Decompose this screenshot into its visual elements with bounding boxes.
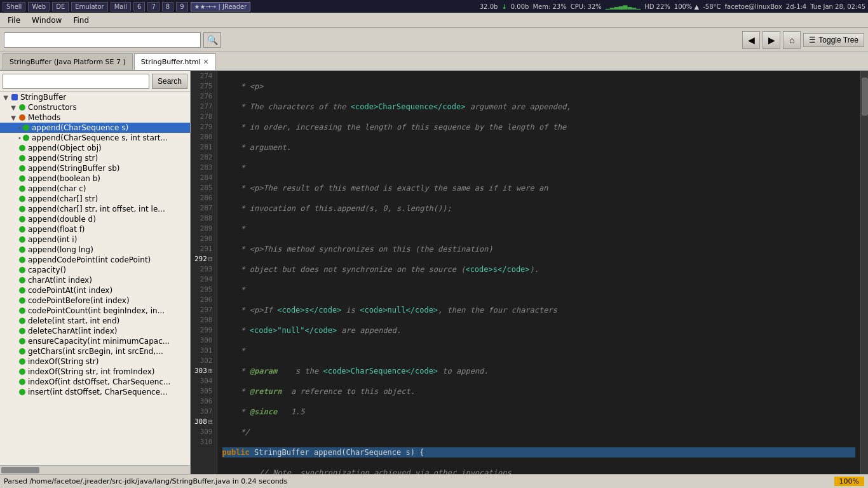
tree-method-15[interactable]: charAt(int index) [0,275,190,285]
method-icon-20 [18,327,27,336]
linenum-297: 297 [194,305,213,315]
code-287: * [222,346,856,356]
tree-search-button[interactable]: Search [152,74,187,89]
tree-root-stringbuffer[interactable]: ▼ StringBuffer [0,92,190,102]
tree-method-16[interactable]: codePointAt(int index) [0,285,190,295]
stat-netdown: 32.0b [480,3,498,10]
tree-methods[interactable]: ▼ Methods [0,112,190,123]
nav-back-button[interactable]: ◀ [742,31,760,49]
taskbar-de[interactable]: DE [52,2,69,11]
taskbar-stats: 32.0b ↓ 0.00b Mem: 23% CPU: 32% ▁▂▃▄▅▃▂▁… [480,3,865,10]
menu-find[interactable]: Find [68,15,94,26]
method-label-3: append(String str) [28,154,98,163]
tree-method-8[interactable]: append(char[] str, int offset, int le... [0,204,190,214]
tree-method-13[interactable]: appendCodePoint(int codePoint) [0,255,190,265]
code-panel: 274 275 276 277 278 279 280 281 282 283 … [191,71,868,474]
stringbuffer-icon [10,93,19,102]
code-vscrollbar[interactable] [860,71,868,474]
line-numbers: 274 275 276 277 278 279 280 281 282 283 … [191,71,217,474]
tree-method-4[interactable]: append(StringBuffer sb) [0,163,190,173]
taskbar-7[interactable]: 7 [147,2,159,11]
code-288: * @param s the <code>CharSequence</code>… [222,366,856,376]
code-283: * object but does not synchronize on the… [222,264,856,274]
toolbar-search-button[interactable]: 🔍 [203,32,221,48]
method-icon-13 [18,255,27,264]
linenum-285: 285 [194,183,213,193]
tree-method-12[interactable]: append(long lng) [0,245,190,255]
stat-hd: HD 22% [644,3,670,10]
taskbar-8[interactable]: 8 [162,2,173,11]
taskbar-9[interactable]: 9 [176,2,187,11]
toggle-tree-icon: ☰ [809,36,816,44]
tree-method-append-charsequence[interactable]: • append(CharSequence s) [0,123,190,133]
method-icon-1 [22,133,31,142]
code-284: * [222,285,856,295]
linenum-303: 303⊞ [194,366,213,376]
method-icon-18 [18,306,27,315]
linenum-276: 276 [194,92,213,102]
tree-method-5[interactable]: append(boolean b) [0,173,190,184]
method-icon-16 [18,286,27,295]
tree-method-24[interactable]: indexOf(String str, int fromIndex) [0,367,190,377]
tab-stringbuffer-api[interactable]: StringBuffer (Java Platform SE 7 ) [3,53,133,70]
tree-method-10[interactable]: append(float f) [0,224,190,234]
code-274: * <p> [222,81,856,92]
taskbar-emulator[interactable]: Emulator [71,2,107,11]
nav-home-button[interactable]: ⌂ [783,31,801,49]
tree-method-17[interactable]: codePointBefore(int index) [0,295,190,306]
tree-method-26[interactable]: insert(int dstOffset, CharSequence... [0,387,190,397]
tree-method-19[interactable]: delete(int start, int end) [0,316,190,326]
methods-icon [18,113,27,122]
tree-constructors[interactable]: ▼ Constructors [0,102,190,112]
tree-container[interactable]: ▼ StringBuffer ▼ Constructors ▼ [0,92,190,465]
linenum-305: 305 [194,386,213,396]
tree-method-2[interactable]: append(Object obj) [0,143,190,153]
taskbar-web[interactable]: Web [28,2,50,11]
tree-method-1[interactable]: • append(CharSequence s, int start... [0,133,190,143]
tree-method-3[interactable]: append(String str) [0,153,190,163]
code-276: * in order, increasing the length of thi… [222,122,856,132]
tree-method-25[interactable]: indexOf(int dstOffset, CharSequenc... [0,377,190,387]
tree-method-20[interactable]: deleteCharAt(int index) [0,326,190,336]
tree-method-9[interactable]: append(double d) [0,214,190,224]
toolbar-search-input[interactable] [4,32,201,48]
taskbar-jreader[interactable]: ★★→→ | JReader [191,2,251,11]
menu-window[interactable]: Window [27,15,67,26]
toggle-tree-label: Toggle Tree [818,36,858,44]
statusbar: Parsed /home/facetoe/.jreader/src-jdk/ja… [0,474,868,488]
method-label-19: delete(int start, int end) [28,316,119,325]
method-label-5: append(boolean b) [28,174,100,183]
stat-cpu: CPU: 32% [571,3,602,10]
taskbar-mail[interactable]: Mail [111,2,131,11]
tree-method-18[interactable]: codePointCount(int beginIndex, in... [0,306,190,316]
tree-method-14[interactable]: capacity() [0,265,190,275]
method-label-8: append(char[] str, int offset, int le... [28,205,165,214]
tree-hscrollbar[interactable] [0,465,190,474]
taskbar-6[interactable]: 6 [133,2,145,11]
code-286: * <code>"null"</code> are appended. [222,325,856,336]
method-label-12: append(long lng) [28,245,93,254]
method-icon-6 [18,184,27,193]
menu-file[interactable]: File [3,15,25,26]
code-279: * <p>The result of this method is exactl… [222,183,856,193]
nav-forward-button[interactable]: ▶ [763,31,780,49]
tree-method-6[interactable]: append(char c) [0,184,190,194]
method-label-2: append(Object obj) [28,144,102,152]
tree-search-input[interactable] [3,74,149,89]
linenum-288: 288 [194,214,213,224]
tree-method-11[interactable]: append(int i) [0,234,190,245]
tab-close-icon[interactable]: ✕ [203,58,209,66]
taskbar-shell[interactable]: Shell [3,2,25,11]
linenum-301: 301 [194,346,213,356]
code-area: * <p> * The characters of the <code>Char… [217,71,861,474]
method-icon-25 [18,377,27,386]
method-label-10: append(float f) [28,225,85,234]
tree-method-22[interactable]: getChars(int srcBegin, int srcEnd,... [0,346,190,356]
tree-method-23[interactable]: indexOf(String str) [0,356,190,367]
method-icon-21 [18,337,27,346]
toggle-tree-button[interactable]: ☰ Toggle Tree [803,33,864,47]
tree-method-7[interactable]: append(char[] str) [0,194,190,204]
code-vscroll-thumb [862,78,868,116]
tab-stringbuffer-html[interactable]: StringBuffer.html ✕ [134,53,216,70]
tree-method-21[interactable]: ensureCapacity(int minimumCapac... [0,336,190,346]
